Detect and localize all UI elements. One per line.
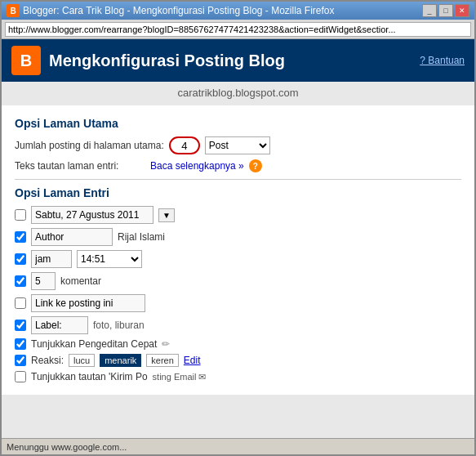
blogger-header: B Mengkonfigurasi Posting Blog ? Bantuan bbox=[2, 39, 474, 82]
checkbox-author[interactable] bbox=[15, 231, 26, 243]
entry-row-author: Rijal Islami bbox=[15, 228, 461, 246]
checkbox-label[interactable] bbox=[15, 320, 26, 331]
status-text: Menunggu www.google.com... bbox=[7, 442, 127, 452]
unit-dropdown[interactable]: Post bbox=[205, 136, 270, 154]
page-title: Mengkonfigurasi Posting Blog bbox=[49, 51, 285, 70]
status-bar: Menunggu www.google.com... bbox=[2, 438, 474, 454]
email-icon: sting Email ✉ bbox=[153, 372, 207, 382]
entry-row-link bbox=[15, 294, 461, 312]
checkbox-email[interactable] bbox=[15, 371, 26, 382]
entry-row-comment: komentar bbox=[15, 272, 461, 290]
date-field[interactable] bbox=[31, 206, 153, 224]
label-field[interactable] bbox=[31, 316, 88, 334]
label-tags: foto, liburan bbox=[93, 320, 145, 331]
browser-window: B Blogger: Cara Trik Blog - Mengkonfigur… bbox=[0, 0, 476, 456]
link-field[interactable] bbox=[31, 294, 145, 312]
teks-row: Teks tautan laman entri: Baca selengkapn… bbox=[15, 159, 461, 172]
comment-value: komentar bbox=[60, 275, 101, 287]
author-field[interactable] bbox=[31, 228, 113, 246]
checkbox-comment[interactable] bbox=[15, 275, 26, 287]
main-section-title: Opsi Laman Utama bbox=[15, 117, 461, 130]
content-area: caratrikblog.blogspot.com Opsi Laman Uta… bbox=[2, 82, 474, 438]
maximize-button[interactable]: □ bbox=[438, 4, 453, 17]
tunjukkan-label: Tunjukkan Pengeditan Cepat bbox=[31, 338, 157, 350]
firefox-icon: B bbox=[7, 4, 20, 17]
main-content: Opsi Laman Utama Jumlah posting di halam… bbox=[2, 105, 474, 395]
reaksi-label: Reaksi: bbox=[31, 355, 64, 366]
pencil-icon[interactable]: ✏ bbox=[162, 338, 170, 350]
entry-row-label: foto, liburan bbox=[15, 316, 461, 334]
date-dropdown-arrow[interactable]: ▼ bbox=[158, 208, 175, 222]
time-label-field[interactable] bbox=[31, 250, 72, 268]
jumlah-row: Jumlah posting di halaman utama: Post bbox=[15, 136, 461, 154]
reaction-btn-keren[interactable]: keren bbox=[146, 354, 179, 367]
reaction-btn-menarik[interactable]: menarik bbox=[100, 354, 141, 367]
entry-row-reaction: Reaksi: lucu menarik keren Edit bbox=[15, 354, 461, 367]
divider bbox=[15, 179, 461, 180]
site-name: caratrikblog.blogspot.com bbox=[2, 82, 474, 105]
bantuan-link[interactable]: ? Bantuan bbox=[420, 55, 465, 66]
baca-link[interactable]: Baca selengkapnya » bbox=[150, 160, 244, 172]
minimize-button[interactable]: _ bbox=[422, 4, 437, 17]
reaction-edit-link[interactable]: Edit bbox=[184, 355, 201, 366]
entry-row-date: ▼ bbox=[15, 206, 461, 224]
checkbox-reaction[interactable] bbox=[15, 355, 26, 366]
address-input[interactable] bbox=[5, 22, 471, 37]
checkbox-link[interactable] bbox=[15, 297, 26, 309]
blogger-logo-area: B Mengkonfigurasi Posting Blog bbox=[11, 46, 285, 75]
checkbox-edit[interactable] bbox=[15, 338, 26, 350]
email-label: Tunjukkan tautan 'Kirim Po bbox=[31, 371, 148, 382]
jumlah-input[interactable] bbox=[169, 136, 200, 154]
title-bar-left: B Blogger: Cara Trik Blog - Mengkonfigur… bbox=[7, 4, 335, 17]
entry-row-email: Tunjukkan tautan 'Kirim Po sting Email ✉ bbox=[15, 371, 461, 382]
close-button[interactable]: ✕ bbox=[455, 4, 469, 17]
jumlah-label: Jumlah posting di halaman utama: bbox=[15, 140, 164, 151]
entry-row-time: 14:51 bbox=[15, 250, 461, 268]
checkbox-time[interactable] bbox=[15, 253, 26, 265]
title-bar: B Blogger: Cara Trik Blog - Mengkonfigur… bbox=[2, 2, 474, 20]
comment-count-field[interactable] bbox=[31, 272, 56, 290]
time-dropdown[interactable]: 14:51 bbox=[77, 250, 142, 268]
entry-section-title: Opsi Laman Entri bbox=[15, 186, 461, 199]
blogger-logo-icon: B bbox=[11, 46, 41, 75]
teks-label: Teks tautan laman entri: bbox=[15, 160, 145, 172]
help-icon[interactable]: ? bbox=[249, 159, 262, 172]
window-title: Blogger: Cara Trik Blog - Mengkonfiguras… bbox=[23, 5, 335, 16]
address-bar bbox=[2, 20, 474, 39]
author-value: Rijal Islami bbox=[118, 231, 165, 243]
window-controls: _ □ ✕ bbox=[422, 4, 469, 17]
checkbox-date[interactable] bbox=[15, 209, 26, 221]
entry-row-edit: Tunjukkan Pengeditan Cepat ✏ bbox=[15, 338, 461, 350]
reaction-btn-lucu[interactable]: lucu bbox=[69, 354, 95, 367]
